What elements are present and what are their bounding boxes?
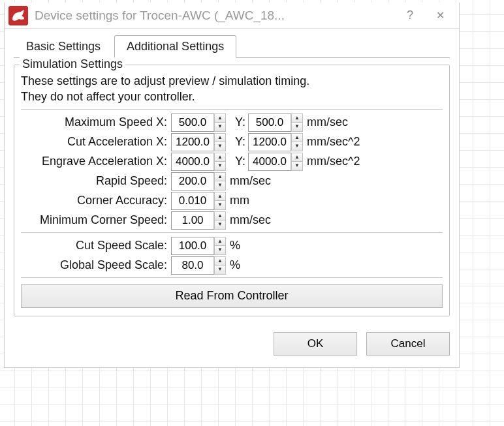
cut-speed-scale-spinner[interactable]: ▲▼	[171, 237, 226, 255]
window-title: Device settings for Trocen-AWC (_AWC_18.…	[35, 8, 395, 23]
tab-basic-settings[interactable]: Basic Settings	[14, 35, 113, 57]
spinner-down-icon[interactable]: ▼	[214, 122, 226, 132]
global-speed-scale-spinner[interactable]: ▲▼	[171, 256, 226, 275]
row-cut-accel: Cut Acceleration X: ▲▼ Y: ▲▼ mm/sec^2	[21, 133, 443, 151]
engrave-accel-x-input[interactable]	[172, 153, 213, 170]
spinner-down-icon[interactable]: ▼	[214, 161, 226, 171]
label-max-speed-x: Maximum Speed X:	[21, 115, 171, 129]
unit-mm-sec2: mm/sec^2	[307, 155, 360, 168]
cut-accel-x-spinner[interactable]: ▲▼	[171, 133, 226, 151]
max-speed-x-spinner[interactable]: ▲ ▼	[171, 114, 226, 132]
unit-mm-sec: mm/sec	[230, 213, 271, 227]
spinner-down-icon[interactable]: ▼	[291, 161, 303, 171]
tab-additional-settings[interactable]: Additional Settings	[114, 35, 236, 58]
min-corner-speed-input[interactable]	[172, 212, 213, 229]
cut-speed-scale-input[interactable]	[172, 237, 213, 254]
corner-accuracy-spinner[interactable]: ▲▼	[171, 192, 226, 210]
row-global-speed-scale: Global Speed Scale: ▲▼ %	[21, 256, 443, 275]
label-global-speed-scale: Global Speed Scale:	[21, 258, 171, 272]
help-button[interactable]: ?	[395, 3, 425, 29]
max-speed-y-input[interactable]	[249, 114, 291, 131]
simulation-settings-group: Simulation Settings These settings are t…	[14, 65, 450, 316]
tab-strip: Basic Settings Additional Settings	[14, 35, 450, 58]
unit-percent: %	[230, 239, 240, 252]
label-y: Y:	[234, 135, 248, 149]
row-min-corner-speed: Minimum Corner Speed: ▲▼ mm/sec	[21, 211, 443, 230]
max-speed-y-spinner[interactable]: ▲ ▼	[248, 114, 303, 132]
label-y: Y:	[234, 115, 248, 129]
max-speed-x-input[interactable]	[172, 114, 213, 131]
spinner-down-icon[interactable]: ▼	[291, 122, 303, 132]
row-engrave-accel: Engrave Acceleration X: ▲▼ Y: ▲▼ mm/sec^…	[21, 153, 443, 171]
group-title: Simulation Settings	[20, 57, 125, 71]
unit-mm-sec2: mm/sec^2	[307, 135, 360, 149]
dialog-content: Basic Settings Additional Settings Simul…	[5, 29, 459, 316]
cut-accel-x-input[interactable]	[172, 134, 213, 151]
label-cut-speed-scale: Cut Speed Scale:	[21, 239, 171, 252]
unit-mm: mm	[230, 194, 249, 207]
row-rapid-speed: Rapid Speed: ▲▼ mm/sec	[21, 172, 443, 190]
engrave-accel-y-input[interactable]	[249, 153, 291, 170]
row-cut-speed-scale: Cut Speed Scale: ▲▼ %	[21, 237, 443, 255]
row-max-speed: Maximum Speed X: ▲ ▼ Y: ▲ ▼ mm/sec	[21, 114, 443, 132]
spinner-down-icon[interactable]: ▼	[214, 265, 226, 275]
spinner-down-icon[interactable]: ▼	[214, 220, 226, 230]
spinner-down-icon[interactable]: ▼	[291, 142, 303, 151]
spinner-down-icon[interactable]: ▼	[214, 245, 226, 255]
spinner-down-icon[interactable]: ▼	[214, 200, 226, 210]
dialog-footer: OK Cancel	[5, 316, 459, 367]
rapid-speed-spinner[interactable]: ▲▼	[171, 172, 226, 190]
label-min-corner-speed: Minimum Corner Speed:	[21, 213, 171, 227]
ok-button[interactable]: OK	[274, 332, 357, 356]
label-rapid-speed: Rapid Speed:	[21, 174, 171, 188]
label-corner-accuracy: Corner Accuracy:	[21, 194, 171, 207]
label-engrave-accel-x: Engrave Acceleration X:	[21, 155, 171, 168]
engrave-accel-x-spinner[interactable]: ▲▼	[171, 153, 226, 171]
unit-percent: %	[230, 258, 240, 272]
unit-mm-sec: mm/sec	[230, 174, 271, 188]
row-corner-accuracy: Corner Accuracy: ▲▼ mm	[21, 192, 443, 210]
title-bar: Device settings for Trocen-AWC (_AWC_18.…	[5, 3, 459, 29]
divider	[21, 277, 443, 278]
label-cut-accel-x: Cut Acceleration X:	[21, 135, 171, 149]
close-button[interactable]: ✕	[425, 3, 455, 29]
group-description: These settings are to adjust preview / s…	[21, 73, 443, 105]
app-icon	[8, 6, 28, 25]
cut-accel-y-spinner[interactable]: ▲▼	[248, 133, 303, 151]
desc-line-1: These settings are to adjust preview / s…	[21, 74, 309, 87]
corner-accuracy-input[interactable]	[172, 192, 213, 209]
dialog-window: Device settings for Trocen-AWC (_AWC_18.…	[4, 3, 460, 368]
engrave-accel-y-spinner[interactable]: ▲▼	[248, 153, 303, 171]
read-from-controller-button[interactable]: Read From Controller	[21, 284, 443, 308]
cancel-button[interactable]: Cancel	[366, 332, 450, 356]
spinner-down-icon[interactable]: ▼	[214, 142, 226, 151]
unit-mm-sec: mm/sec	[307, 115, 348, 129]
label-y: Y:	[234, 155, 248, 168]
divider	[21, 109, 443, 110]
global-speed-scale-input[interactable]	[172, 257, 213, 274]
divider	[21, 232, 443, 233]
spinner-down-icon[interactable]: ▼	[214, 181, 226, 190]
cut-accel-y-input[interactable]	[249, 134, 291, 151]
min-corner-speed-spinner[interactable]: ▲▼	[171, 211, 226, 230]
desc-line-2: They do not affect your controller.	[21, 90, 195, 103]
rapid-speed-input[interactable]	[172, 173, 213, 190]
